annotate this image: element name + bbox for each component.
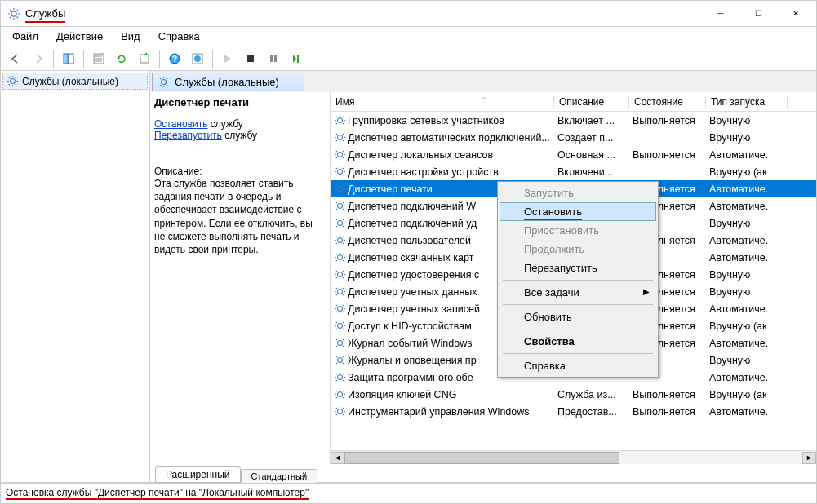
window-title: Службы	[25, 7, 65, 20]
restart-service-button[interactable]	[286, 49, 306, 69]
pause-service-button[interactable]	[264, 49, 283, 69]
svg-text:?: ?	[172, 55, 177, 64]
svg-rect-22	[274, 55, 277, 62]
tab-extended[interactable]: Расширенный	[155, 466, 241, 483]
svg-rect-9	[64, 54, 68, 64]
properties-button[interactable]	[89, 49, 109, 69]
restart-service-link[interactable]: Перезапустить	[154, 130, 222, 141]
detail-pane: Диспетчер печати Остановить службу Перез…	[150, 92, 330, 464]
stop-service-button[interactable]	[241, 49, 260, 69]
detail-desc-label: Описание:	[154, 166, 322, 177]
menu-view[interactable]: Вид	[118, 29, 144, 44]
svg-rect-20	[247, 55, 254, 62]
chevron-up-icon[interactable]: ︿	[480, 92, 487, 103]
tabs-bottom: Расширенный Стандартный	[150, 464, 816, 482]
col-state[interactable]: Состояние	[629, 96, 706, 108]
menu-help[interactable]: Справка	[155, 29, 203, 44]
ctx-resume: Продолжить	[500, 240, 656, 259]
toolbar: ?	[1, 46, 816, 71]
tree-item-local-services[interactable]: Службы (локальные)	[2, 73, 148, 90]
menu-action[interactable]: Действие	[53, 29, 106, 44]
status-bar: Остановка службы "Диспетчер печати" на "…	[1, 483, 816, 501]
svg-point-19	[194, 55, 201, 62]
status-text: Остановка службы "Диспетчер печати" на "…	[6, 487, 309, 498]
svg-rect-21	[270, 55, 273, 62]
ctx-stop[interactable]: Остановить	[500, 202, 656, 221]
col-start[interactable]: Тип запуска	[706, 96, 788, 108]
ctx-properties[interactable]: Свойства	[500, 332, 656, 351]
ctx-restart[interactable]: Перезапустить	[500, 259, 656, 277]
table-row[interactable]: Изоляция ключей CNGСлужба из...Выполняет…	[331, 386, 816, 403]
menu-file[interactable]: Файл	[9, 29, 42, 44]
svg-rect-23	[297, 55, 299, 63]
detail-stop-line: Остановить службу	[154, 118, 322, 130]
maximize-button[interactable]: ☐	[739, 2, 777, 26]
menu-bar: Файл Действие Вид Справка	[1, 27, 816, 46]
refresh-button[interactable]	[112, 49, 131, 69]
detail-title: Диспетчер печати	[154, 96, 322, 108]
table-row[interactable]: Диспетчер локальных сеансовОсновная ...В…	[331, 146, 816, 163]
stop-service-link[interactable]: Остановить	[154, 118, 208, 130]
table-row[interactable]: Диспетчер настройки устройствВключени...…	[331, 163, 816, 180]
forward-button[interactable]	[29, 49, 48, 69]
ctx-start: Запустить	[500, 183, 656, 202]
ctx-help[interactable]: Справка	[500, 356, 656, 375]
header-tab[interactable]: Службы (локальные)	[152, 73, 304, 91]
ctx-all-tasks[interactable]: Все задачи▶	[500, 283, 656, 302]
app-gear-icon	[7, 7, 20, 20]
main-pane: Службы (локальные) Диспетчер печати Оста…	[150, 71, 816, 482]
detail-restart-line: Перезапустить службу	[154, 130, 322, 141]
minimize-button[interactable]: ─	[702, 2, 739, 26]
start-service-button[interactable]	[218, 49, 238, 69]
title-bar: Службы ─ ☐ ✕	[1, 1, 816, 27]
header-tab-strip: Службы (локальные)	[150, 71, 816, 92]
back-button[interactable]	[6, 49, 25, 69]
table-row[interactable]: Диспетчер автоматических подключений...С…	[331, 129, 816, 146]
detail-desc: Эта служба позволяет ставить задания печ…	[154, 177, 322, 256]
col-desc[interactable]: Описание	[554, 96, 629, 108]
tab-standard[interactable]: Стандартный	[241, 469, 318, 484]
show-hide-button[interactable]	[59, 49, 78, 69]
table-row[interactable]: Группировка сетевых участниковВключает .…	[331, 112, 816, 129]
col-name[interactable]: Имя	[331, 96, 554, 108]
table-header: Имя Описание Состояние Тип запуска	[331, 92, 816, 112]
ctx-refresh[interactable]: Обновить	[500, 307, 656, 326]
context-menu: Запустить Остановить Приостановить Продо…	[497, 181, 659, 378]
svg-rect-15	[140, 55, 149, 63]
close-button[interactable]: ✕	[777, 2, 815, 26]
horizontal-scrollbar[interactable]: ◄►	[331, 450, 816, 464]
table-row[interactable]: Инструментарий управления WindowsПредост…	[331, 403, 816, 420]
help-button[interactable]: ?	[165, 49, 184, 69]
tree-pane: Службы (локальные)	[1, 71, 150, 482]
svg-rect-10	[69, 54, 73, 64]
export-button[interactable]	[135, 49, 154, 69]
help2-button[interactable]	[188, 49, 207, 69]
annotation-underline	[25, 21, 65, 23]
ctx-pause: Приостановить	[500, 221, 656, 240]
